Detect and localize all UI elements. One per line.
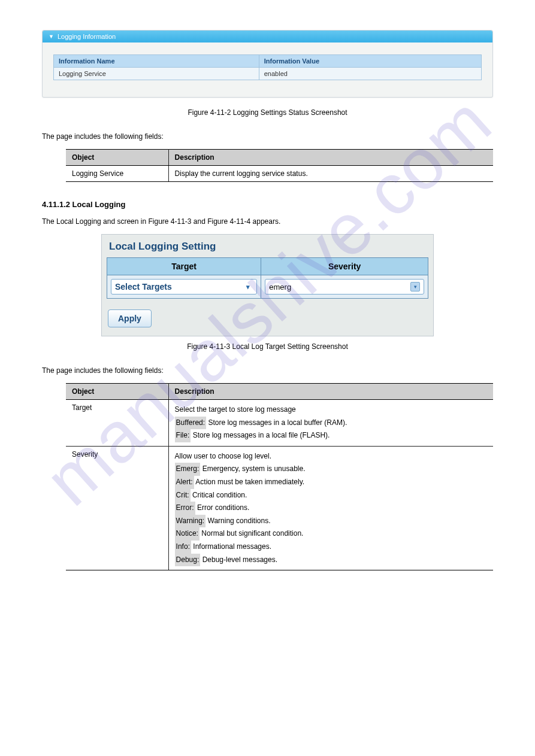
target-dropdown[interactable]: Select Targets ▾ <box>111 279 257 294</box>
local-panel-title: Local Logging Setting <box>102 235 433 257</box>
figure-caption-1: Figure 4-11-2 Logging Settings Status Sc… <box>36 108 499 117</box>
spec-desc-cell: Allow user to choose log level. Emerg: E… <box>168 446 493 570</box>
section-heading: 4.11.1.2 Local Logging <box>42 200 493 209</box>
target-key: File: <box>175 429 191 442</box>
panel-title: Logging Information <box>58 33 116 40</box>
severity-select-value: emerg <box>269 283 291 292</box>
logging-info-table: Information Name Information Value Loggi… <box>53 54 482 80</box>
local-logging-panel: Local Logging Setting Target Severity Se… <box>101 234 434 336</box>
spec-col-description: Description <box>168 150 493 166</box>
severity-key: Alert: <box>175 476 194 489</box>
chevron-down-icon: ▾ <box>410 282 420 292</box>
spec-object-cell: Logging Service <box>66 166 168 182</box>
spec-col-description: Description <box>168 384 493 400</box>
severity-desc: Action must be taken immediately. <box>195 478 304 486</box>
spec-table-1: Object Description Logging Service Displ… <box>66 149 493 182</box>
severity-key: Error: <box>175 502 195 515</box>
col-header-severity: Severity <box>261 258 428 275</box>
info-value-cell: enabled <box>259 68 481 80</box>
severity-key: Notice: <box>175 527 200 541</box>
paragraph: The page includes the following fields: <box>42 132 493 141</box>
logging-info-panel: ▼ Logging Information Information Name I… <box>42 30 493 98</box>
paragraph: The page includes the following fields: <box>42 366 493 375</box>
target-key: Buffered: <box>175 417 206 430</box>
spec-desc-cell: Select the target to store log message B… <box>168 400 493 447</box>
table-row: Logging Service Display the current logg… <box>66 166 493 182</box>
spec-col-object: Object <box>66 150 168 166</box>
severity-key: Debug: <box>175 554 201 567</box>
figure-caption-2: Figure 4-11-3 Local Log Target Setting S… <box>36 342 499 351</box>
severity-desc: Error conditions. <box>197 503 249 512</box>
apply-button[interactable]: Apply <box>108 309 152 327</box>
local-logging-table: Target Severity Select Targets ▾ emerg ▾ <box>107 257 428 299</box>
spec-table-2: Object Description Target Select the tar… <box>66 383 493 570</box>
table-row: Severity Allow user to choose log level.… <box>66 446 493 570</box>
spec-object-cell: Severity <box>66 446 168 570</box>
severity-key: Crit: <box>175 489 191 502</box>
info-name-cell: Logging Service <box>54 68 259 80</box>
severity-desc: Emergency, system is unusable. <box>202 464 306 473</box>
target-dropdown-label: Select Targets <box>115 282 172 292</box>
table-row: Select Targets ▾ emerg ▾ <box>107 275 428 299</box>
target-desc: Store log messages in a local file (FLAS… <box>193 431 330 439</box>
table-row: Target Select the target to store log me… <box>66 400 493 447</box>
chevron-down-icon: ▾ <box>243 282 253 292</box>
severity-desc-intro: Allow user to choose log level. <box>175 450 487 463</box>
panel-header[interactable]: ▼ Logging Information <box>43 31 492 42</box>
paragraph: The Local Logging and screen in Figure 4… <box>42 217 493 226</box>
target-desc-intro: Select the target to store log message <box>175 403 487 417</box>
table-row: Logging Service enabled <box>54 68 482 80</box>
spec-col-object: Object <box>66 384 168 400</box>
col-header-target: Target <box>107 258 261 275</box>
severity-key: Emerg: <box>175 463 201 476</box>
severity-select[interactable]: emerg ▾ <box>265 279 424 294</box>
severity-desc: Normal but significant condition. <box>201 529 303 538</box>
col-header-info-name: Information Name <box>54 55 259 68</box>
severity-desc: Informational messages. <box>193 542 271 551</box>
severity-key: Warning: <box>175 515 206 528</box>
severity-desc: Critical condition. <box>192 491 247 499</box>
spec-object-cell: Target <box>66 400 168 447</box>
severity-desc: Debug-level messages. <box>202 555 277 564</box>
severity-key: Info: <box>175 541 191 554</box>
severity-desc: Warning conditions. <box>208 517 271 525</box>
spec-desc-cell: Display the current logging service stat… <box>168 166 493 182</box>
col-header-info-value: Information Value <box>259 55 481 68</box>
chevron-down-icon: ▼ <box>49 34 54 40</box>
target-desc: Store log messages in a local buffer (RA… <box>208 418 347 427</box>
